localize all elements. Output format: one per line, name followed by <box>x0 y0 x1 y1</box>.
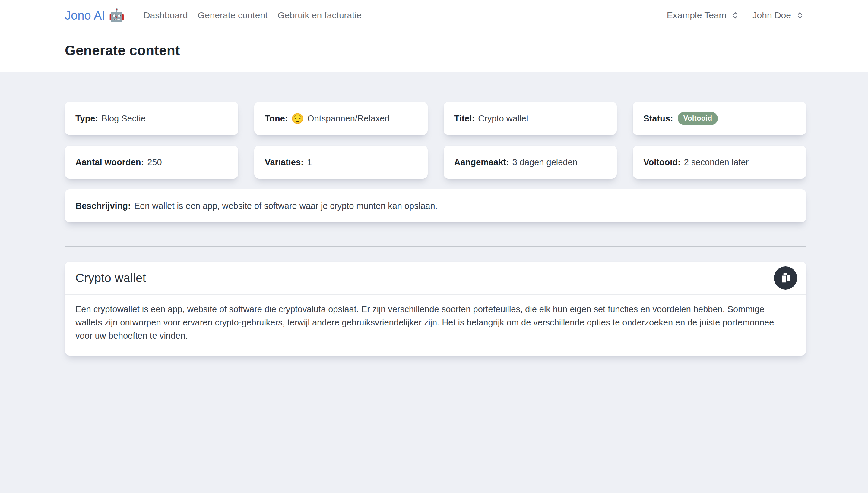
detail-label: Type: <box>76 114 98 124</box>
chevron-up-down-icon <box>731 11 739 20</box>
detail-card-created: Aangemaakt: 3 dagen geleden <box>443 146 617 179</box>
detail-value: Een wallet is een app, website of softwa… <box>134 201 438 211</box>
detail-value: 2 seconden later <box>684 157 748 167</box>
detail-card-variations: Variaties: 1 <box>254 146 428 179</box>
detail-card-tone: Tone: 😌 Ontspannen/Relaxed <box>254 102 428 135</box>
main-nav: Dashboard Generate content Gebruik en fa… <box>144 10 361 21</box>
generated-content-card: Crypto wallet Een cryptowallet is een ap… <box>65 261 806 356</box>
copy-button[interactable] <box>774 266 797 290</box>
detail-label: Beschrijving: <box>76 201 131 211</box>
result-title: Crypto wallet <box>76 271 146 285</box>
nav-dashboard[interactable]: Dashboard <box>144 10 188 21</box>
nav-usage-billing[interactable]: Gebruik en facturatie <box>277 10 361 21</box>
nav-generate-content[interactable]: Generate content <box>198 10 268 21</box>
page-heading-band: Generate content <box>0 31 868 72</box>
detail-value: Crypto wallet <box>478 114 529 124</box>
detail-card-word-count: Aantal woorden: 250 <box>65 146 238 179</box>
detail-value: Ontspannen/Relaxed <box>307 114 389 124</box>
detail-label: Aantal woorden: <box>76 157 144 167</box>
page-title: Generate content <box>65 42 803 59</box>
topbar-right: Example Team John Doe <box>667 10 804 21</box>
status-badge: Voltooid <box>678 112 718 125</box>
detail-label: Aangemaakt: <box>454 157 509 167</box>
result-header: Crypto wallet <box>65 261 806 295</box>
detail-card-title: Titel: Crypto wallet <box>443 102 617 135</box>
chevron-up-down-icon <box>796 11 804 20</box>
details-grid: Type: Blog Sectie Tone: 😌 Ontspannen/Rel… <box>65 102 806 222</box>
brand-name: Jono AI <box>65 9 105 22</box>
robot-emoji-icon: 🤖 <box>108 9 124 22</box>
detail-value: 1 <box>307 157 312 167</box>
user-menu[interactable]: John Doe <box>752 10 804 21</box>
team-selector-value: Example Team <box>667 10 726 21</box>
detail-label: Titel: <box>454 114 475 124</box>
detail-card-completed: Voltooid: 2 seconden later <box>633 146 806 179</box>
detail-label: Variaties: <box>265 157 304 167</box>
section-divider <box>65 246 806 247</box>
brand-logo[interactable]: Jono AI 🤖 <box>65 9 125 22</box>
result-body-text: Een cryptowallet is een app, website of … <box>65 295 795 356</box>
detail-value: 3 dagen geleden <box>512 157 578 167</box>
detail-card-type: Type: Blog Sectie <box>65 102 238 135</box>
detail-value: Blog Sectie <box>101 114 146 124</box>
team-selector[interactable]: Example Team <box>667 10 739 21</box>
detail-label: Voltooid: <box>643 157 680 167</box>
detail-label: Status: <box>643 114 673 124</box>
detail-card-status: Status: Voltooid <box>633 102 806 135</box>
user-menu-value: John Doe <box>752 10 791 21</box>
copy-icon <box>779 272 792 284</box>
detail-value: 250 <box>147 157 162 167</box>
top-nav-bar: Jono AI 🤖 Dashboard Generate content Geb… <box>0 0 868 31</box>
detail-label: Tone: <box>265 114 288 124</box>
relieved-face-emoji-icon: 😌 <box>291 113 304 124</box>
detail-card-description: Beschrijving: Een wallet is een app, web… <box>65 189 806 222</box>
main-content: Type: Blog Sectie Tone: 😌 Ontspannen/Rel… <box>0 72 868 356</box>
